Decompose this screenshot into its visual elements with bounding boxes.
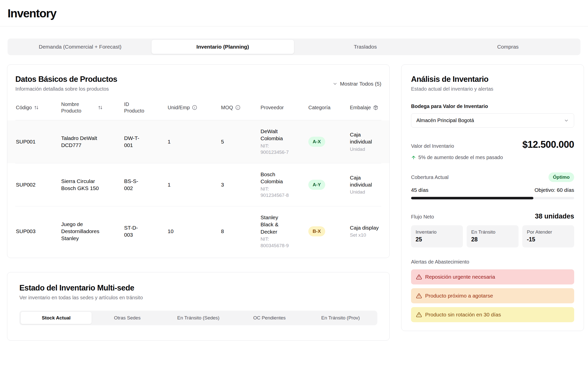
tab-traslados[interactable]: Traslados — [294, 40, 437, 54]
products-card-subtitle: Información detallada sobre los producto… — [15, 86, 117, 92]
cell-packaging: Caja individual Unidad — [350, 174, 381, 195]
multisite-tabbar: Stock Actual Otras Sedes En Tránsito (Se… — [19, 311, 377, 325]
cell-supplier: Stanley Black & Decker NIT: 800345678-9 — [261, 214, 290, 249]
netflow-box-por-atender: Por Atender -15 — [522, 225, 574, 247]
main-content: Datos Básicos de Productos Información d… — [0, 55, 588, 341]
warehouse-select-label: Bodega para Valor de Inventario — [411, 103, 574, 109]
multisite-card-title: Estado del Inventario Multi-sede — [19, 283, 377, 293]
category-badge: A-X — [308, 137, 325, 147]
warehouse-selected-value: Almacén Principal Bogotá — [416, 118, 474, 123]
cell-moq: 5 — [221, 138, 261, 145]
cell-product-id: DW-T-001 — [124, 135, 145, 149]
table-row: SUP002 Sierra Circular Bosch GKS 150 BS-… — [15, 163, 381, 206]
sort-icon[interactable] — [34, 105, 39, 110]
coverage-progress-fill — [411, 197, 533, 199]
cell-supplier: Bosch Colombia NIT: 901234567-8 — [261, 171, 290, 199]
sort-icon[interactable] — [98, 105, 103, 110]
cell-code: SUP003 — [16, 228, 61, 235]
products-card: Datos Básicos de Productos Información d… — [7, 64, 390, 258]
tab-en-transito-sedes[interactable]: En Tránsito (Sedes) — [163, 312, 234, 324]
tab-demanda[interactable]: Demanda (Commercial + Forecast) — [9, 40, 152, 54]
cell-packaging: Caja display Set x10 — [350, 224, 381, 238]
alert-urgent-restock: Reposición urgente necesaria — [411, 269, 574, 284]
main-tabbar: Demanda (Commercial + Forecast) Inventar… — [8, 39, 580, 55]
cell-category: B-X — [308, 226, 350, 236]
cell-name: Sierra Circular Bosch GKS 150 — [61, 178, 105, 192]
cell-moq: 8 — [221, 228, 261, 235]
alert-no-rotation: Producto sin rotación en 30 días — [411, 307, 574, 322]
category-badge: B-X — [308, 226, 325, 236]
supplier-nit: NIT: 800345678-9 — [261, 236, 290, 249]
cell-units: 10 — [168, 228, 221, 235]
tab-oc-pendientes[interactable]: OC Pendientes — [234, 312, 305, 324]
page-header: Inventory — [0, 0, 588, 26]
column-proveedor: Proveedor — [261, 104, 308, 111]
alert-low-stock: Producto próximo a agotarse — [411, 288, 574, 303]
cell-category: A-X — [308, 137, 350, 147]
tab-inventario-planning[interactable]: Inventario (Planning) — [152, 40, 294, 54]
netflow-box-en-transito: En Tránsito 28 — [467, 225, 519, 247]
column-id-producto: ID Producto — [124, 101, 168, 114]
cell-name: Juego de Destornilladores Stanley — [61, 221, 105, 242]
cell-product-id: BS-S-002 — [124, 178, 145, 192]
netflow-box-inventario: Inventario 25 — [411, 225, 463, 247]
cell-supplier: DeWalt Colombia NIT: 900123456-7 — [261, 128, 290, 156]
tab-en-transito-prov[interactable]: En Tránsito (Prov) — [305, 312, 376, 324]
tab-stock-actual[interactable]: Stock Actual — [21, 312, 92, 324]
inventory-value-label: Valor del Inventario — [411, 143, 454, 149]
cell-units: 1 — [168, 181, 221, 188]
info-icon[interactable] — [235, 105, 240, 110]
column-categoria: Categoría — [308, 104, 350, 111]
cell-code: SUP001 — [16, 138, 61, 145]
analysis-card-title: Análisis de Inventario — [411, 75, 574, 84]
cell-code: SUP002 — [16, 181, 61, 188]
cell-packaging: Caja individual Unidad — [350, 131, 383, 152]
inventory-trend: 5% de aumento desde el mes pasado — [411, 155, 574, 160]
analysis-card-subtitle: Estado actual del inventario y alertas — [411, 86, 574, 92]
column-unid-emp: Unid/Emp — [168, 104, 221, 111]
products-card-title: Datos Básicos de Productos — [15, 75, 117, 84]
netflow-label: Flujo Neto — [411, 214, 434, 220]
page-title: Inventory — [8, 7, 580, 20]
netflow-value: 38 unidades — [535, 212, 574, 220]
table-row: SUP003 Juego de Destornilladores Stanley… — [15, 206, 381, 256]
cell-name: Taladro DeWalt DCD777 — [61, 135, 105, 149]
coverage-status-badge: Óptimo — [548, 172, 574, 182]
coverage-progress-bar — [411, 197, 574, 199]
column-codigo[interactable]: Código — [16, 104, 61, 111]
supplier-nit: NIT: 901234567-8 — [261, 186, 290, 199]
chevron-down-icon — [564, 118, 569, 123]
warehouse-select[interactable]: Almacén Principal Bogotá — [411, 113, 574, 128]
warning-triangle-icon — [416, 274, 422, 280]
warning-triangle-icon — [416, 293, 422, 299]
cell-category: A-Y — [308, 180, 350, 190]
products-card-header: Datos Básicos de Productos Información d… — [15, 75, 381, 92]
chevron-down-icon — [333, 81, 338, 86]
column-nombre-producto[interactable]: Nombre Producto — [61, 101, 124, 114]
table-row: SUP001 Taladro DeWalt DCD777 DW-T-001 1 … — [7, 120, 389, 163]
show-all-button[interactable]: Mostrar Todos (5) — [333, 81, 381, 87]
coverage-label: Cobertura Actual — [411, 174, 449, 180]
multisite-card-subtitle: Ver inventario en todas las sedes y artí… — [19, 295, 377, 301]
alerts-label: Alertas de Abastecimiento — [411, 259, 574, 265]
cell-units: 1 — [168, 138, 221, 145]
multisite-card: Estado del Inventario Multi-sede Ver inv… — [7, 272, 390, 341]
cell-product-id: ST-D-003 — [124, 224, 145, 239]
category-badge: A-Y — [308, 180, 325, 190]
supplier-nit: NIT: 900123456-7 — [261, 143, 290, 156]
column-embalaje: Embalaje — [350, 104, 381, 111]
inventory-trend-text: 5% de aumento desde el mes pasado — [418, 155, 503, 160]
info-icon[interactable] — [192, 105, 197, 110]
cell-moq: 3 — [221, 181, 261, 188]
arrow-up-icon — [411, 155, 416, 160]
tab-otras-sedes[interactable]: Otras Sedes — [92, 312, 163, 324]
analysis-card: Análisis de Inventario Estado actual del… — [401, 64, 584, 331]
left-column: Datos Básicos de Productos Información d… — [7, 64, 390, 341]
inventory-value: $12.500.000 — [522, 139, 574, 150]
coverage-target: Objetivo: 60 días — [534, 187, 574, 193]
package-icon — [373, 105, 378, 110]
table-header: Código Nombre Producto ID Producto Unid/… — [15, 98, 381, 120]
show-all-label: Mostrar Todos (5) — [340, 81, 381, 87]
warning-triangle-icon — [416, 312, 422, 318]
tab-compras[interactable]: Compras — [437, 40, 579, 54]
